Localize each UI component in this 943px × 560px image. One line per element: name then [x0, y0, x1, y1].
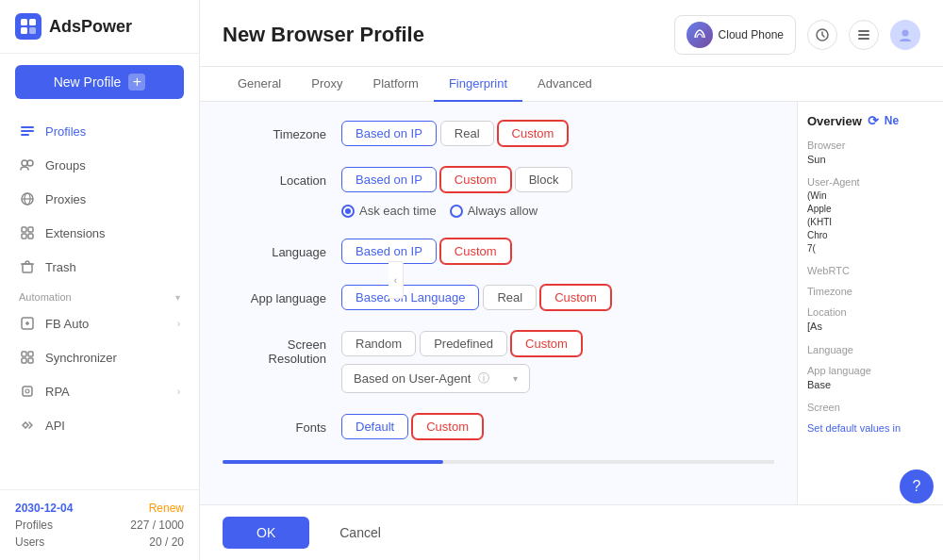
sidebar-item-groups[interactable]: Groups [0, 148, 199, 182]
sidebar-item-trash[interactable]: Trash [0, 250, 199, 284]
info-icon: ⓘ [478, 371, 489, 387]
overview-browser-row: Browser Sun [807, 140, 934, 167]
extensions-icon [19, 224, 36, 241]
svg-rect-1 [29, 19, 36, 25]
synchronizer-icon [19, 349, 36, 366]
svg-rect-21 [22, 358, 26, 363]
overview-webrtc-row: WebRTC [807, 265, 934, 276]
location-block-btn[interactable]: Block [515, 167, 573, 192]
svg-rect-6 [21, 134, 29, 136]
ok-button[interactable]: OK [223, 517, 309, 549]
sidebar-collapse-button[interactable]: ‹ [389, 261, 404, 299]
fonts-row: Fonts Default Custom [223, 414, 774, 439]
renew-button[interactable]: Renew [149, 502, 184, 515]
screen-predefined-btn[interactable]: Predefined [420, 331, 507, 356]
sidebar-footer: 2030-12-04 Renew Profiles 227 / 1000 Use… [0, 489, 199, 560]
fonts-controls: Default Custom [341, 414, 774, 439]
sidebar-item-extensions[interactable]: Extensions [0, 216, 199, 250]
location-custom-btn[interactable]: Custom [440, 167, 511, 192]
screen-custom-btn[interactable]: Custom [511, 331, 582, 356]
language-controls: Based on IP Custom [341, 239, 774, 264]
fb-auto-label: FB Auto [45, 317, 89, 331]
timezone-based-ip-btn[interactable]: Based on IP [341, 121, 437, 146]
app-language-controls: Based on Language Real Custom [341, 285, 774, 310]
help-fab-button[interactable]: ? [900, 469, 934, 503]
screen-resolution-btn-group: Random Predefined Custom [341, 331, 582, 356]
app-lang-based-btn[interactable]: Based on Language [341, 285, 479, 310]
svg-point-8 [27, 160, 33, 166]
timezone-custom-btn[interactable]: Custom [498, 121, 569, 146]
svg-rect-20 [28, 352, 33, 356]
screen-resolution-row: Screen Resolution Random Predefined Cust… [223, 331, 774, 393]
overview-title: Overview [807, 114, 862, 128]
app-lang-custom-btn[interactable]: Custom [540, 285, 611, 310]
screen-resolution-label: Screen Resolution [223, 331, 326, 366]
app-lang-real-btn[interactable]: Real [483, 285, 537, 310]
cloud-phone-label: Cloud Phone [719, 28, 784, 41]
clock-button[interactable] [807, 20, 837, 50]
timezone-real-btn[interactable]: Real [440, 121, 494, 146]
location-based-ip-btn[interactable]: Based on IP [341, 167, 437, 192]
sidebar-item-fb-auto[interactable]: FB Auto › [0, 306, 199, 340]
sidebar-item-profiles[interactable]: Profiles [0, 114, 199, 148]
list-button[interactable] [849, 20, 879, 50]
screen-select-value: Based on User-Agent [354, 371, 471, 386]
screen-select-box[interactable]: Based on User-Agent ⓘ ▾ [341, 364, 530, 393]
overview-language-key: Language [807, 344, 934, 355]
sidebar-nav: Profiles Groups Proxies Extensions Trash [0, 110, 199, 489]
overview-footer[interactable]: Set default values in [807, 422, 934, 434]
location-always-radio[interactable]: Always allow [450, 204, 538, 218]
language-custom-btn[interactable]: Custom [440, 239, 511, 264]
overview-panel: Overview ⟳ Ne Browser Sun User-Agent (Wi… [797, 102, 943, 504]
tab-platform[interactable]: Platform [357, 67, 433, 102]
new-profile-button[interactable]: New Profile + [15, 65, 184, 99]
new-profile-label: New Profile [54, 74, 122, 90]
scroll-indicator [223, 460, 774, 464]
sidebar-item-proxies[interactable]: Proxies [0, 182, 199, 216]
svg-rect-13 [28, 227, 33, 232]
overview-refresh-icon[interactable]: ⟳ [868, 113, 879, 128]
overview-location-key: Location [807, 306, 934, 318]
groups-label: Groups [45, 158, 86, 173]
automation-section: Automation ▾ [0, 284, 199, 306]
fonts-default-btn[interactable]: Default [341, 414, 408, 439]
tab-advanced[interactable]: Advanced [522, 67, 607, 102]
synchronizer-label: Synchronizer [45, 351, 117, 365]
svg-rect-22 [28, 358, 33, 363]
bottom-bar: OK Cancel [200, 504, 943, 560]
sidebar-item-synchronizer[interactable]: Synchronizer [0, 340, 199, 374]
tab-general[interactable]: General [223, 67, 296, 102]
cloud-phone-button[interactable]: Cloud Phone [674, 15, 796, 55]
location-controls: Based on IP Custom Block Ask each time A… [341, 167, 774, 218]
tab-proxy[interactable]: Proxy [296, 67, 357, 102]
page-title: New Browser Profile [223, 23, 424, 58]
cancel-button[interactable]: Cancel [321, 517, 400, 549]
overview-browser-val: Sun [807, 153, 934, 167]
screen-random-btn[interactable]: Random [341, 331, 416, 356]
location-row: Location Based on IP Custom Block Ask ea… [223, 167, 774, 218]
svg-point-7 [22, 160, 27, 166]
footer-users-value: 20 / 20 [149, 535, 184, 549]
sidebar-item-rpa[interactable]: RPA › [0, 374, 199, 408]
proxies-label: Proxies [45, 192, 86, 206]
location-ask-radio[interactable]: Ask each time [341, 204, 437, 218]
language-based-ip-btn[interactable]: Based on IP [341, 239, 437, 264]
overview-ne-label[interactable]: Ne [885, 114, 899, 127]
help-icon: ? [913, 478, 921, 495]
location-radio-group: Ask each time Always allow [341, 204, 774, 218]
sidebar-item-api[interactable]: API [0, 408, 199, 442]
tab-fingerprint[interactable]: Fingerprint [434, 67, 522, 102]
app-language-row: App language Based on Language Real Cust… [223, 285, 774, 310]
avatar-button[interactable] [890, 20, 920, 50]
always-radio-label: Always allow [468, 204, 538, 218]
logo-icon [15, 13, 41, 40]
scroll-indicator-bar [223, 460, 443, 464]
fb-auto-icon [19, 315, 36, 332]
overview-useragent-key: User-Agent [807, 176, 934, 188]
fb-auto-arrow: › [177, 319, 180, 329]
fonts-custom-btn[interactable]: Custom [412, 414, 483, 439]
overview-timezone-key: Timezone [807, 286, 934, 297]
overview-location-val: [As [807, 320, 934, 334]
overview-browser-key: Browser [807, 140, 934, 151]
overview-useragent-val: (Win Apple (KHTI Chro 7( [807, 189, 934, 255]
